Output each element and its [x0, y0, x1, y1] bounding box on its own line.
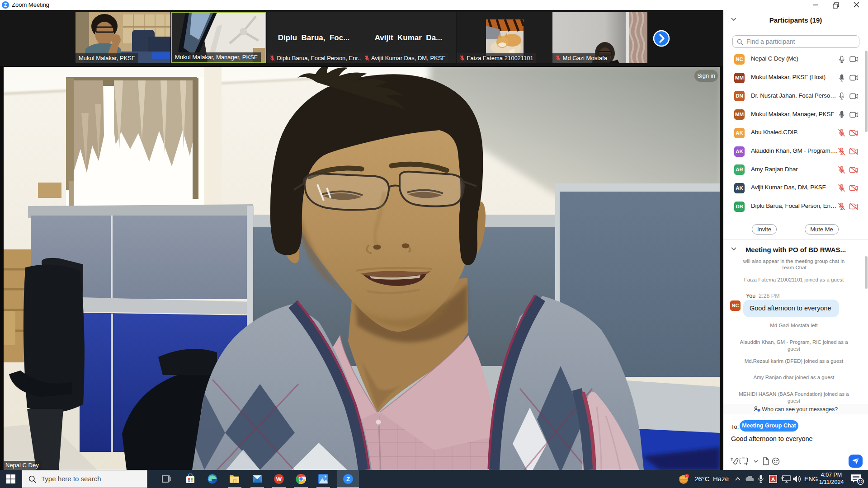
- svg-text:Z: Z: [346, 476, 350, 483]
- svg-text:Z: Z: [4, 2, 7, 8]
- svg-text:22: 22: [859, 479, 863, 484]
- svg-text:W: W: [276, 476, 282, 483]
- svg-text:1: 1: [686, 474, 688, 479]
